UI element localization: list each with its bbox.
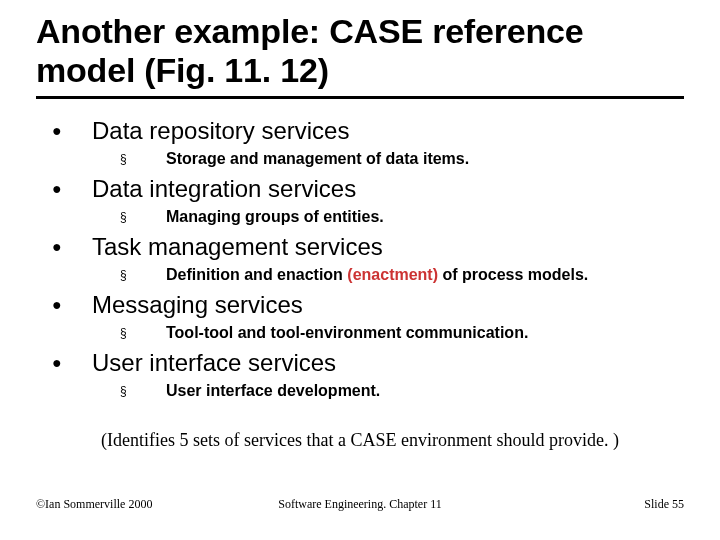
slide: Another example: CASE reference model (F… [0, 0, 720, 540]
list-level2-label: Managing groups of entities. [166, 207, 384, 227]
bullet-lvl1-icon: ● [52, 175, 92, 203]
sub-prefix: Managing groups of entities. [166, 208, 384, 225]
bullet-lvl1-icon: ● [52, 349, 92, 377]
sub-prefix: Definition and enaction [166, 266, 347, 283]
list-item: ● User interface services § User interfa… [36, 349, 684, 401]
list-item: ● Task management services § Definition … [36, 233, 684, 285]
sub-accent: (enactment) [347, 266, 438, 283]
list-level1-label: Data repository services [92, 117, 349, 145]
bullet-lvl1-icon: ● [52, 233, 92, 261]
bullet-lvl1-icon: ● [52, 117, 92, 145]
bullet-lvl1-icon: ● [52, 291, 92, 319]
bullet-lvl2-icon: § [120, 265, 166, 285]
sub-prefix: User interface development. [166, 382, 380, 399]
sub-prefix: Storage and management of data items. [166, 150, 469, 167]
list-level1-label: Messaging services [92, 291, 303, 319]
list-level2-label: Storage and management of data items. [166, 149, 469, 169]
footer: ©Ian Sommerville 2000 Software Engineeri… [36, 497, 684, 512]
list-item: ● Data repository services § Storage and… [36, 117, 684, 169]
sub-prefix: Tool-tool and tool-environment communica… [166, 324, 528, 341]
list-level1: ● Data integration services [52, 175, 684, 203]
list-level2-label: Tool-tool and tool-environment communica… [166, 323, 528, 343]
title-rule [36, 96, 684, 99]
bullet-lvl2-icon: § [120, 149, 166, 169]
list-item: ● Data integration services § Managing g… [36, 175, 684, 227]
bullet-lvl2-icon: § [120, 381, 166, 401]
list-level2: § Definition and enaction (enactment) of… [120, 265, 684, 285]
list-level2: § Managing groups of entities. [120, 207, 684, 227]
bullet-lvl2-icon: § [120, 323, 166, 343]
list-level1: ● User interface services [52, 349, 684, 377]
list-item: ● Messaging services § Tool-tool and too… [36, 291, 684, 343]
list-level1: ● Data repository services [52, 117, 684, 145]
sub-suffix: of process models. [438, 266, 588, 283]
slide-title: Another example: CASE reference model (F… [36, 12, 684, 90]
list-level2-label: Definition and enaction (enactment) of p… [166, 265, 588, 285]
list-level2: § User interface development. [120, 381, 684, 401]
list-level1-label: Data integration services [92, 175, 356, 203]
list-level1-label: Task management services [92, 233, 383, 261]
list-level1-label: User interface services [92, 349, 336, 377]
list-level1: ● Messaging services [52, 291, 684, 319]
footer-center: Software Engineering. Chapter 11 [36, 497, 684, 512]
list-level1: ● Task management services [52, 233, 684, 261]
list-level2: § Storage and management of data items. [120, 149, 684, 169]
bullet-lvl2-icon: § [120, 207, 166, 227]
list-level2: § Tool-tool and tool-environment communi… [120, 323, 684, 343]
summary-note: (Identifies 5 sets of services that a CA… [0, 430, 720, 451]
list-level2-label: User interface development. [166, 381, 380, 401]
content-list: ● Data repository services § Storage and… [36, 117, 684, 401]
